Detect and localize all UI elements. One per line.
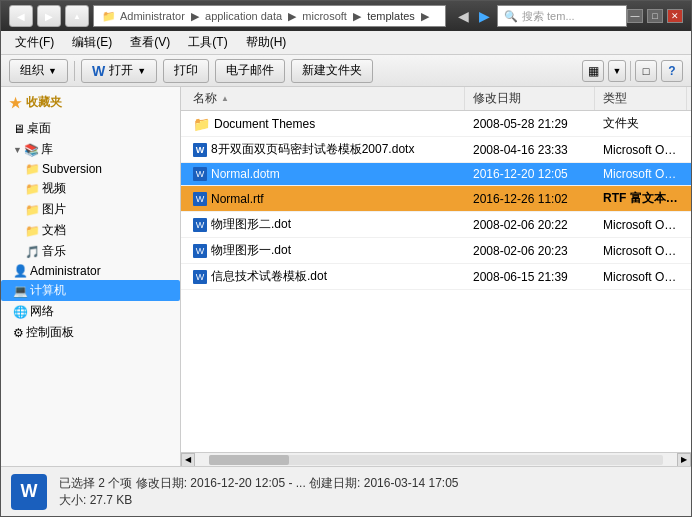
print-button[interactable]: 打印	[163, 59, 209, 83]
help-button[interactable]: ?	[661, 60, 683, 82]
sidebar-item-control-panel[interactable]: ⚙ 控制面板	[1, 322, 180, 343]
forward-button[interactable]: ▶	[37, 5, 61, 27]
col-header-name[interactable]: 名称 ▲	[185, 87, 465, 110]
file-date: 2016-12-20 12:05	[465, 165, 595, 183]
horizontal-scrollbar[interactable]: ◀ ▶	[181, 452, 691, 466]
file-type: Microsoft Offi...	[595, 242, 687, 260]
doc-icon: W	[193, 192, 207, 206]
print-label: 打印	[174, 62, 198, 79]
col-name-label: 名称	[193, 90, 217, 107]
search-box[interactable]: 🔍 搜索 tem...	[497, 5, 627, 27]
back-button[interactable]: ◀	[9, 5, 33, 27]
file-name: 物理图形二.dot	[211, 216, 291, 233]
folder-icon: 📁	[102, 10, 116, 23]
file-type: Microsoft Offi...	[595, 216, 687, 234]
desktop-icon: 🖥	[13, 122, 25, 136]
organize-button[interactable]: 组织 ▼	[9, 59, 68, 83]
sidebar-item-administrator[interactable]: 👤 Administrator	[1, 262, 180, 280]
music-icon: 🎵	[25, 245, 40, 259]
documents-label: 文档	[42, 222, 66, 239]
table-row[interactable]: W Normal.rtf 2016-12-26 11:02 RTF 富文本格式	[181, 186, 691, 212]
minimize-button[interactable]: —	[627, 9, 643, 23]
col-header-date[interactable]: 修改日期	[465, 87, 595, 110]
doc-icon: W	[193, 143, 207, 157]
maximize-button[interactable]: □	[647, 9, 663, 23]
control-panel-icon: ⚙	[13, 326, 24, 340]
file-name: 8开双面双页码密封试卷模板2007.dotx	[211, 141, 414, 158]
sidebar-item-documents[interactable]: 📁 文档	[1, 220, 180, 241]
desktop-label: 桌面	[27, 120, 51, 137]
video-label: 视频	[42, 180, 66, 197]
menu-edit[interactable]: 编辑(E)	[64, 32, 120, 53]
sidebar-item-pictures[interactable]: 📁 图片	[1, 199, 180, 220]
menu-file[interactable]: 文件(F)	[7, 32, 62, 53]
up-button[interactable]: ▲	[65, 5, 89, 27]
table-row[interactable]: W 信息技术试卷模板.dot 2008-06-15 21:39 Microsof…	[181, 264, 691, 290]
favorites-section: ★ 收藏夹	[1, 91, 180, 114]
file-date: 2016-12-26 11:02	[465, 190, 595, 208]
file-date: 2008-04-16 23:33	[465, 141, 595, 159]
open-chevron: ▼	[137, 66, 146, 76]
file-type: 文件夹	[595, 113, 687, 134]
table-row[interactable]: W Normal.dotm 2016-12-20 12:05 Microsoft…	[181, 163, 691, 186]
sidebar-item-desktop[interactable]: 🖥 桌面	[1, 118, 180, 139]
menu-help[interactable]: 帮助(H)	[238, 32, 295, 53]
file-name: 信息技术试卷模板.dot	[211, 268, 327, 285]
scroll-thumb[interactable]	[209, 455, 289, 465]
window-controls: — □ ✕	[627, 9, 683, 23]
table-row[interactable]: W 8开双面双页码密封试卷模板2007.dotx 2008-04-16 23:3…	[181, 137, 691, 163]
sidebar-item-subversion[interactable]: 📁 Subversion	[1, 160, 180, 178]
view-toggle-button[interactable]: ▦	[582, 60, 604, 82]
favorites-label: 收藏夹	[26, 94, 62, 111]
file-list[interactable]: 📁 Document Themes 2008-05-28 21:29 文件夹 W…	[181, 111, 691, 452]
status-text-2: 大小: 27.7 KB	[59, 492, 459, 509]
table-row[interactable]: 📁 Document Themes 2008-05-28 21:29 文件夹	[181, 111, 691, 137]
file-date: 2008-06-15 21:39	[465, 268, 595, 286]
computer-label: 计算机	[30, 282, 66, 299]
view-dropdown-button[interactable]: ▼	[608, 60, 626, 82]
new-folder-button[interactable]: 新建文件夹	[291, 59, 373, 83]
control-panel-label: 控制面板	[26, 324, 74, 341]
column-headers: 名称 ▲ 修改日期 类型	[181, 87, 691, 111]
library-label: 库	[41, 141, 53, 158]
scroll-track	[209, 455, 663, 465]
file-date: 2008-05-28 21:29	[465, 115, 595, 133]
file-date: 2008-02-06 20:23	[465, 242, 595, 260]
menu-view[interactable]: 查看(V)	[122, 32, 178, 53]
file-type: Microsoft Offi...	[595, 268, 687, 286]
sidebar-item-network[interactable]: 🌐 网络	[1, 301, 180, 322]
menu-tools[interactable]: 工具(T)	[180, 32, 235, 53]
close-button[interactable]: ✕	[667, 9, 683, 23]
file-type: Microsoft Offi...	[595, 141, 687, 159]
sidebar-item-computer[interactable]: 💻 计算机	[1, 280, 180, 301]
main-content: ★ 收藏夹 🖥 桌面 ▼ 📚 库 📁 Subversion 📁 视频	[1, 87, 691, 466]
administrator-icon: 👤	[13, 264, 28, 278]
address-bar[interactable]: 📁 Administrator ▶ application data ▶ mic…	[93, 5, 446, 27]
search-placeholder: 搜索 tem...	[522, 9, 575, 24]
menu-bar: 文件(F) 编辑(E) 查看(V) 工具(T) 帮助(H)	[1, 31, 691, 55]
nav-arrow-left[interactable]: ◀	[454, 7, 472, 25]
nav-arrow-right[interactable]: ▶	[475, 7, 493, 25]
expand-icon: ▼	[13, 145, 22, 155]
scroll-right-button[interactable]: ▶	[677, 453, 691, 467]
col-header-type[interactable]: 类型	[595, 87, 687, 110]
toolbar-separator-2	[630, 61, 631, 81]
sidebar-item-music[interactable]: 🎵 音乐	[1, 241, 180, 262]
table-row[interactable]: W 物理图形二.dot 2008-02-06 20:22 Microsoft O…	[181, 212, 691, 238]
music-label: 音乐	[42, 243, 66, 260]
search-icon: 🔍	[504, 10, 518, 23]
administrator-label: Administrator	[30, 264, 101, 278]
open-button[interactable]: W 打开 ▼	[81, 59, 157, 83]
pictures-label: 图片	[42, 201, 66, 218]
organize-chevron: ▼	[48, 66, 57, 76]
sidebar-item-video[interactable]: 📁 视频	[1, 178, 180, 199]
scroll-left-button[interactable]: ◀	[181, 453, 195, 467]
breadcrumb: Administrator ▶ application data ▶ micro…	[120, 10, 429, 23]
subversion-label: Subversion	[42, 162, 102, 176]
file-type: Microsoft Offi...	[595, 165, 687, 183]
preview-button[interactable]: □	[635, 60, 657, 82]
table-row[interactable]: W 物理图形一.dot 2008-02-06 20:23 Microsoft O…	[181, 238, 691, 264]
sidebar-item-library[interactable]: ▼ 📚 库	[1, 139, 180, 160]
email-button[interactable]: 电子邮件	[215, 59, 285, 83]
new-folder-label: 新建文件夹	[302, 62, 362, 79]
